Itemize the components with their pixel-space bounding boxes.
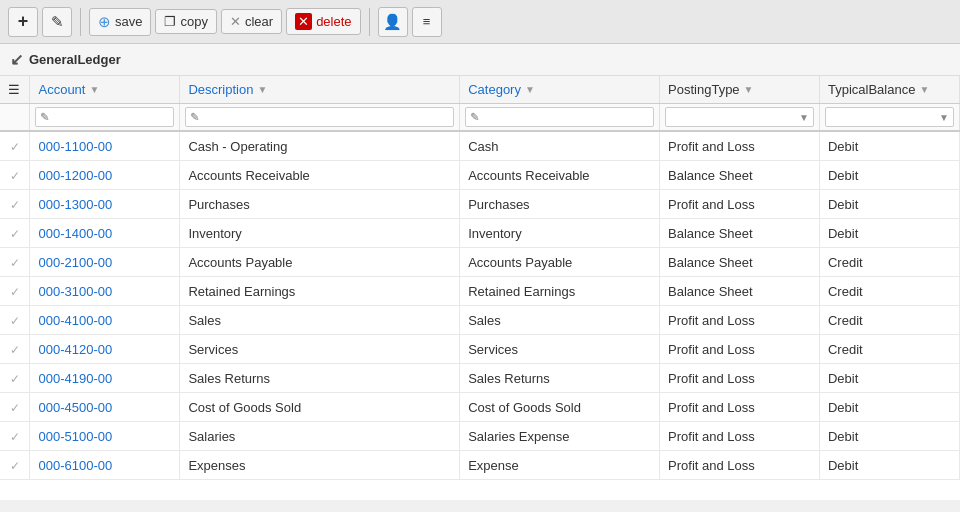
filter-category-cell: ✎ <box>460 104 660 132</box>
filter-balance-select[interactable]: Debit Credit <box>830 110 935 124</box>
balance-col-header[interactable]: TypicalBalance ▼ <box>819 76 959 104</box>
posting-col-label: PostingType <box>668 82 740 97</box>
page-title: GeneralLedger <box>29 52 121 67</box>
divider-1 <box>80 8 81 36</box>
category-cell: Expense <box>460 451 660 480</box>
description-cell: Expenses <box>180 451 460 480</box>
typical-balance-cell: Debit <box>819 422 959 451</box>
table-body: ✓000-1100-00Cash - OperatingCashProfit a… <box>0 131 960 480</box>
category-sort-icon: ▼ <box>525 84 535 95</box>
typical-balance-cell: Debit <box>819 131 959 161</box>
delete-button[interactable]: ✕ delete <box>286 8 360 35</box>
table-row[interactable]: ✓000-4120-00ServicesServicesProfit and L… <box>0 335 960 364</box>
typical-balance-cell: Credit <box>819 306 959 335</box>
category-cell: Cost of Goods Sold <box>460 393 660 422</box>
description-cell: Accounts Receivable <box>180 161 460 190</box>
account-col-label: Account <box>38 82 85 97</box>
general-ledger-table: ☰ Account ▼ Description ▼ Categ <box>0 76 960 480</box>
filter-description-cell: ✎ <box>180 104 460 132</box>
row-check-col: ✓ <box>0 277 30 306</box>
typical-balance-cell: Debit <box>819 364 959 393</box>
breadcrumb: ↙ GeneralLedger <box>0 44 960 76</box>
account-cell: 000-4190-00 <box>30 364 180 393</box>
category-cell: Accounts Payable <box>460 248 660 277</box>
category-col-label: Category <box>468 82 521 97</box>
row-check-col: ✓ <box>0 131 30 161</box>
description-cell: Inventory <box>180 219 460 248</box>
copy-icon: ❐ <box>164 14 176 29</box>
filter-posting-select[interactable]: Profit and Loss Balance Sheet <box>670 110 795 124</box>
clear-label: clear <box>245 14 273 29</box>
row-check-col: ✓ <box>0 335 30 364</box>
posting-type-cell: Balance Sheet <box>660 161 820 190</box>
category-cell: Sales Returns <box>460 364 660 393</box>
posting-col-header[interactable]: PostingType ▼ <box>660 76 820 104</box>
typical-balance-cell: Debit <box>819 393 959 422</box>
category-cell: Salaries Expense <box>460 422 660 451</box>
table-row[interactable]: ✓000-1300-00PurchasesPurchasesProfit and… <box>0 190 960 219</box>
account-cell: 000-1300-00 <box>30 190 180 219</box>
table-container: ☰ Account ▼ Description ▼ Categ <box>0 76 960 500</box>
account-cell: 000-3100-00 <box>30 277 180 306</box>
posting-type-cell: Profit and Loss <box>660 190 820 219</box>
filter-description-input[interactable] <box>202 110 449 124</box>
table-row[interactable]: ✓000-2100-00Accounts PayableAccounts Pay… <box>0 248 960 277</box>
row-check-col: ✓ <box>0 306 30 335</box>
row-check-col: ✓ <box>0 393 30 422</box>
description-col-header[interactable]: Description ▼ <box>180 76 460 104</box>
row-check-col: ✓ <box>0 248 30 277</box>
check-icon: ✓ <box>10 169 20 183</box>
filter-account-input[interactable] <box>52 110 169 124</box>
table-row[interactable]: ✓000-5100-00SalariesSalaries ExpenseProf… <box>0 422 960 451</box>
account-col-header[interactable]: Account ▼ <box>30 76 180 104</box>
filter-posting-cell: Profit and Loss Balance Sheet ▼ <box>660 104 820 132</box>
row-check-col: ✓ <box>0 451 30 480</box>
posting-type-cell: Balance Sheet <box>660 277 820 306</box>
filter-category-input[interactable] <box>482 110 649 124</box>
hamburger-icon: ☰ <box>8 82 20 97</box>
table-row[interactable]: ✓000-4500-00Cost of Goods SoldCost of Go… <box>0 393 960 422</box>
filter-posting-arrow-icon: ▼ <box>799 112 809 123</box>
typical-balance-cell: Debit <box>819 219 959 248</box>
table-row[interactable]: ✓000-1200-00Accounts ReceivableAccounts … <box>0 161 960 190</box>
posting-sort-icon: ▼ <box>744 84 754 95</box>
table-row[interactable]: ✓000-1400-00InventoryInventoryBalance Sh… <box>0 219 960 248</box>
save-button[interactable]: ⊕ save <box>89 8 151 36</box>
filter-category-pencil-icon: ✎ <box>470 111 479 124</box>
filter-balance-arrow-icon: ▼ <box>939 112 949 123</box>
table-row[interactable]: ✓000-3100-00Retained EarningsRetained Ea… <box>0 277 960 306</box>
filter-icon: ≡ <box>423 14 431 29</box>
check-icon: ✓ <box>10 430 20 444</box>
divider-2 <box>369 8 370 36</box>
category-cell: Cash <box>460 131 660 161</box>
category-col-header[interactable]: Category ▼ <box>460 76 660 104</box>
check-icon: ✓ <box>10 198 20 212</box>
table-row[interactable]: ✓000-4190-00Sales ReturnsSales ReturnsPr… <box>0 364 960 393</box>
avatar-icon: 👤 <box>383 13 402 31</box>
row-check-col: ✓ <box>0 190 30 219</box>
typical-balance-cell: Credit <box>819 277 959 306</box>
typical-balance-cell: Credit <box>819 248 959 277</box>
table-row[interactable]: ✓000-6100-00ExpensesExpenseProfit and Lo… <box>0 451 960 480</box>
row-check-col: ✓ <box>0 422 30 451</box>
description-cell: Purchases <box>180 190 460 219</box>
category-cell: Sales <box>460 306 660 335</box>
account-cell: 000-5100-00 <box>30 422 180 451</box>
description-cell: Sales <box>180 306 460 335</box>
table-row[interactable]: ✓000-1100-00Cash - OperatingCashProfit a… <box>0 131 960 161</box>
typical-balance-cell: Debit <box>819 190 959 219</box>
breadcrumb-arrow: ↙ <box>10 50 23 69</box>
check-icon: ✓ <box>10 401 20 415</box>
account-cell: 000-4500-00 <box>30 393 180 422</box>
table-row[interactable]: ✓000-4100-00SalesSalesProfit and LossCre… <box>0 306 960 335</box>
add-button[interactable]: + <box>8 7 38 37</box>
copy-button[interactable]: ❐ copy <box>155 9 216 34</box>
avatar-button[interactable]: 👤 <box>378 7 408 37</box>
description-sort-icon: ▼ <box>257 84 267 95</box>
edit-button[interactable]: ✎ <box>42 7 72 37</box>
clear-button[interactable]: ✕ clear <box>221 9 282 34</box>
filter-menu-cell <box>0 104 30 132</box>
category-cell: Retained Earnings <box>460 277 660 306</box>
posting-type-cell: Profit and Loss <box>660 393 820 422</box>
filter-button[interactable]: ≡ <box>412 7 442 37</box>
